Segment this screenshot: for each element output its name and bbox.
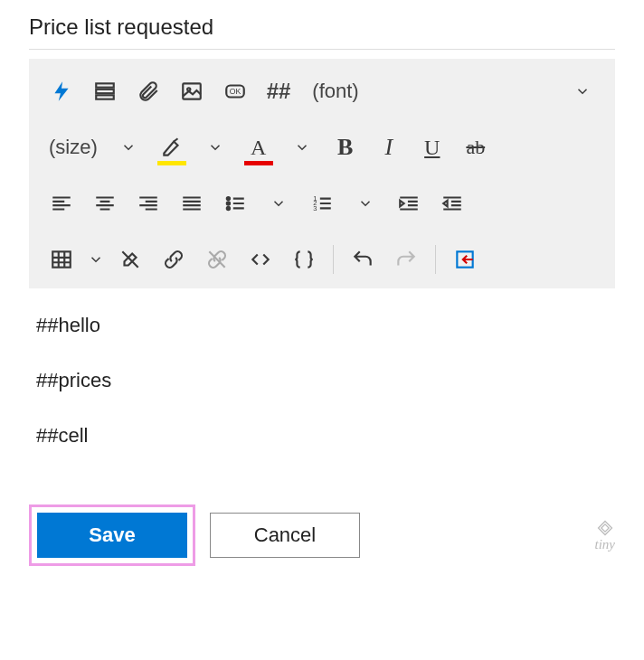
bold-icon[interactable]: B (327, 131, 364, 164)
align-right-icon[interactable] (130, 187, 166, 220)
editor-content[interactable]: ##hello ##prices ##cell (29, 288, 615, 497)
numbered-list-icon[interactable]: 123 (304, 187, 340, 220)
save-highlight: Save (29, 504, 195, 566)
font-color-icon[interactable]: A (241, 131, 277, 164)
toolbar-row-2: (size) A B I U ab (43, 131, 601, 164)
font-family-dropdown-icon[interactable] (564, 75, 601, 108)
font-color-dropdown-icon[interactable] (284, 131, 320, 164)
highlight-color-icon[interactable] (154, 131, 190, 164)
embed-icon[interactable]: OK (217, 75, 253, 108)
page-title: Price list requested (29, 7, 615, 50)
tiny-logo: tiny (595, 519, 616, 552)
underline-icon[interactable]: U (414, 131, 450, 164)
separator (333, 245, 334, 274)
redo-icon[interactable] (388, 243, 424, 276)
align-left-icon[interactable] (43, 187, 80, 220)
svg-rect-1 (96, 90, 114, 93)
font-size-dropdown-icon[interactable] (110, 131, 147, 164)
table-icon[interactable] (43, 243, 80, 276)
numbered-list-dropdown-icon[interactable] (347, 187, 384, 220)
svg-text:3: 3 (313, 204, 317, 212)
editor-toolbar: OK ## (font) (size) A (29, 59, 615, 288)
toolbar-row-1: OK ## (font) (43, 75, 601, 108)
undo-icon[interactable] (345, 243, 381, 276)
svg-rect-13 (52, 251, 71, 267)
footer: Save Cancel tiny (29, 504, 615, 566)
svg-rect-0 (96, 83, 114, 87)
code-block-icon[interactable] (286, 243, 322, 276)
indent-icon[interactable] (391, 187, 427, 220)
font-size-select[interactable]: (size) (43, 131, 103, 164)
toolbar-row-3: 123 (43, 187, 601, 220)
align-center-icon[interactable] (87, 187, 123, 220)
svg-point-9 (227, 207, 230, 210)
bullet-list-icon[interactable] (217, 187, 253, 220)
italic-icon[interactable]: I (371, 131, 407, 164)
save-button[interactable]: Save (37, 513, 187, 558)
editor-line[interactable]: ##hello (36, 310, 608, 340)
code-icon[interactable] (242, 243, 279, 276)
attachment-icon[interactable] (130, 75, 166, 108)
image-icon[interactable] (174, 75, 210, 108)
outdent-icon[interactable] (434, 187, 470, 220)
svg-text:OK: OK (230, 87, 242, 96)
placeholder-button[interactable]: ## (260, 75, 297, 108)
highlight-color-dropdown-icon[interactable] (197, 131, 233, 164)
unlink-icon[interactable] (199, 243, 235, 276)
quick-action-icon[interactable] (43, 75, 80, 108)
align-justify-icon[interactable] (174, 187, 210, 220)
table-dropdown-icon[interactable] (87, 243, 105, 276)
strikethrough-icon[interactable]: ab (458, 131, 494, 164)
import-icon[interactable] (447, 243, 483, 276)
editor-line[interactable]: ##prices (36, 365, 608, 395)
bullet-list-dropdown-icon[interactable] (260, 187, 297, 220)
separator (435, 245, 436, 274)
svg-point-7 (227, 197, 230, 200)
clear-formatting-icon[interactable] (112, 243, 148, 276)
cancel-button[interactable]: Cancel (210, 513, 360, 558)
font-family-select[interactable]: (font) (304, 75, 367, 108)
toolbar-row-4 (43, 243, 601, 276)
svg-rect-2 (96, 95, 114, 99)
templates-icon[interactable] (87, 75, 123, 108)
link-icon[interactable] (156, 243, 192, 276)
editor-line[interactable]: ##cell (36, 420, 608, 450)
svg-point-8 (227, 202, 230, 204)
